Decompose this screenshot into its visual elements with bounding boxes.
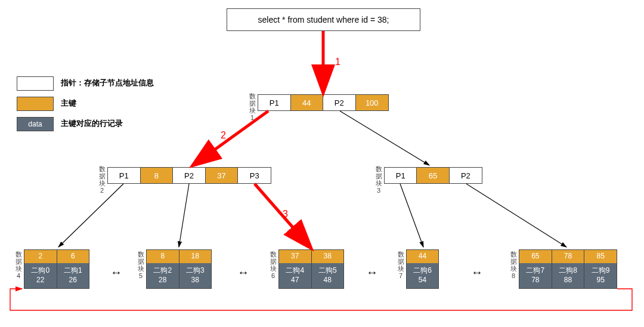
leaf-link-5-6: ↔ — [237, 266, 249, 279]
leaf5-r0: 二狗228 — [147, 263, 179, 288]
block-label-7: 数据块7 — [397, 251, 405, 279]
n2-p1: P1 — [108, 168, 141, 183]
step-2: 2 — [221, 130, 226, 141]
leaf-chain-wrap — [10, 289, 632, 310]
leaf8-r0: 二狗778 — [519, 263, 552, 288]
n2-p2: P2 — [173, 168, 206, 183]
leaf-node-7: 44 二狗654 — [406, 249, 439, 289]
leaf-link-7-8: ↔ — [471, 266, 483, 279]
n3-p1: P1 — [385, 168, 417, 183]
root-node: P1 44 P2 100 — [258, 94, 389, 111]
leaf8-k1: 78 — [552, 250, 585, 263]
leaf-link-6-7: ↔ — [366, 266, 378, 279]
leaf4-k1: 6 — [57, 250, 89, 263]
leaf-node-6: 37 38 二狗447 二狗548 — [278, 249, 344, 289]
internal-node-2: P1 8 P2 37 P3 — [107, 167, 271, 184]
leaf5-k1: 18 — [179, 250, 212, 263]
n2-p3: P3 — [238, 168, 271, 183]
leaf6-r1: 二狗548 — [312, 263, 344, 288]
block-label-5: 数据块5 — [137, 251, 145, 279]
step-3: 3 — [283, 209, 288, 220]
block-label-8: 数据块8 — [509, 251, 518, 279]
leaf8-r1: 二狗888 — [552, 263, 585, 288]
n3-p2: P2 — [450, 168, 482, 183]
leaf8-k2: 85 — [584, 250, 617, 263]
root-cell-p2: P2 — [323, 95, 356, 110]
leaf4-r1: 二狗126 — [57, 263, 89, 288]
edge-n2-leaf4 — [58, 184, 123, 247]
sql-query-box: select * from student where id = 38; — [227, 8, 420, 31]
leaf-link-4-5: ↔ — [110, 266, 122, 279]
edge-n3-leaf8 — [466, 184, 566, 247]
leaf4-r0: 二狗022 — [24, 263, 57, 288]
block-label-3: 数据块3 — [374, 165, 383, 194]
root-cell-k1: 44 — [291, 95, 324, 110]
legend-key-label: 主键 — [61, 98, 76, 109]
leaf5-r1: 二狗338 — [179, 263, 212, 288]
root-cell-p1: P1 — [258, 95, 291, 110]
legend-pointer-swatch — [17, 76, 54, 91]
leaf4-k0: 2 — [24, 250, 57, 263]
leaf6-k0: 37 — [279, 250, 312, 263]
leaf-node-5: 8 18 二狗228 二狗338 — [146, 249, 212, 289]
leaf5-k0: 8 — [147, 250, 179, 263]
legend-pointer-label: 指针：存储子节点地址信息 — [61, 78, 154, 88]
n3-k1: 65 — [417, 168, 449, 183]
leaf6-k1: 38 — [312, 250, 344, 263]
leaf7-r0: 二狗654 — [407, 263, 438, 288]
legend-data-swatch: data — [17, 117, 54, 131]
legend-key-swatch — [17, 97, 54, 111]
internal-node-3: P1 65 P2 — [384, 167, 482, 184]
block-label-4: 数据块4 — [14, 251, 23, 279]
edge-n2-leaf5 — [179, 184, 189, 247]
leaf6-r0: 二狗447 — [279, 263, 312, 288]
leaf7-k0: 44 — [407, 250, 438, 263]
leaf8-k0: 65 — [519, 250, 552, 263]
path-step-2 — [194, 111, 268, 165]
edge-n3-leaf7 — [400, 184, 423, 247]
edge-root-n3 — [340, 111, 429, 165]
leaf8-r2: 二狗995 — [584, 263, 617, 288]
block-label-2: 数据块2 — [98, 165, 106, 194]
n2-k2: 37 — [206, 168, 239, 183]
step-1: 1 — [335, 57, 340, 67]
block-label-6: 数据块6 — [269, 251, 277, 279]
legend-data-swatch-text: data — [28, 120, 42, 128]
leaf-node-4: 2 6 二狗022 二狗126 — [24, 249, 89, 289]
root-cell-k2: 100 — [356, 95, 389, 110]
leaf-node-8: 65 78 85 二狗778 二狗888 二狗995 — [519, 249, 617, 289]
n2-k1: 8 — [141, 168, 174, 183]
legend-data-label: 主键对应的行记录 — [61, 118, 123, 129]
block-label-1: 数据块1 — [248, 92, 256, 121]
sql-query-text: select * from student where id = 38; — [258, 15, 389, 24]
